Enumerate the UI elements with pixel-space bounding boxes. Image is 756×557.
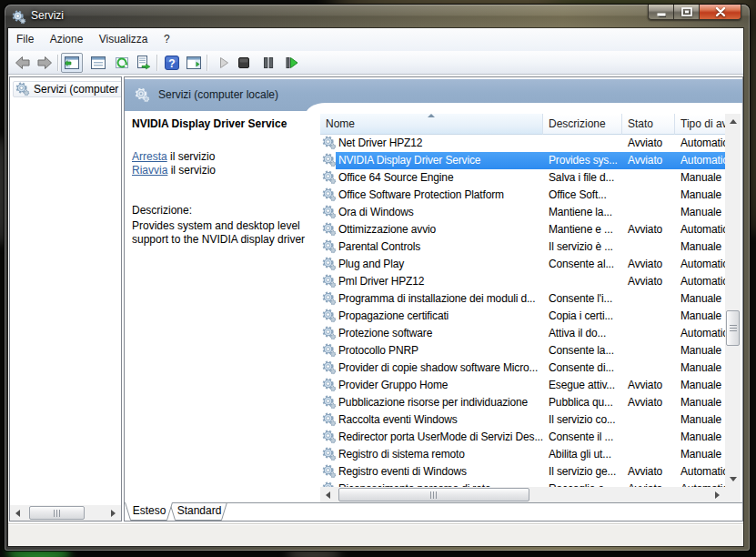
tree-horizontal-scrollbar[interactable] bbox=[10, 505, 121, 521]
cell-tipo-di-avvio: Automatico bbox=[675, 273, 725, 290]
cell-tipo-di-avvio: Manuale bbox=[675, 290, 725, 308]
thumb-grip bbox=[54, 510, 61, 517]
cell-stato: Avviato bbox=[622, 221, 675, 238]
titlebar[interactable]: Servizi bbox=[5, 5, 750, 28]
cell-nome: Office 64 Source Engine bbox=[320, 169, 543, 187]
table-row[interactable]: Protezione softwareAttiva il do...Automa… bbox=[320, 325, 725, 342]
table-row[interactable]: Propagazione certificatiCopia i certi...… bbox=[320, 308, 725, 325]
cell-nome: Pubblicazione risorse per individuazione bbox=[320, 394, 543, 411]
show-console-tree-icon bbox=[65, 56, 79, 69]
scrollbar-thumb[interactable] bbox=[726, 310, 740, 346]
service-gear-icon bbox=[322, 464, 337, 479]
table-row[interactable]: Office 64 Source EngineSalva i file d...… bbox=[320, 169, 725, 187]
cell-nome: Redirector porta UserMode di Servizi Des… bbox=[320, 429, 543, 446]
service-gear-icon bbox=[322, 291, 337, 306]
restart-service-suffix: il servizio bbox=[167, 164, 216, 177]
caption-buttons bbox=[648, 5, 741, 20]
service-gear-icon bbox=[322, 481, 337, 487]
table-row[interactable]: Redirector porta UserMode di Servizi Des… bbox=[320, 429, 725, 446]
refresh-button[interactable] bbox=[112, 53, 132, 73]
table-row[interactable]: Pml Driver HPZ12AvviatoAutomatico bbox=[320, 273, 725, 290]
stop-service-button[interactable] bbox=[234, 53, 254, 73]
tree-item-servizi[interactable]: Servizi (computer locale) bbox=[13, 81, 122, 97]
maximize-button[interactable] bbox=[674, 5, 700, 20]
scroll-left-button[interactable] bbox=[320, 487, 336, 502]
stop-service-link[interactable]: Arresta bbox=[132, 150, 167, 163]
list-header: Nome Descrizione Stato Tipo di avvio bbox=[320, 114, 725, 135]
restart-service-button[interactable] bbox=[281, 53, 301, 73]
cell-stato bbox=[622, 308, 675, 325]
pause-service-button[interactable] bbox=[258, 53, 278, 73]
maximize-icon bbox=[681, 7, 692, 16]
column-label: Nome bbox=[326, 117, 355, 130]
scroll-left-button[interactable] bbox=[10, 505, 25, 521]
cell-descrizione: Consente l'i... bbox=[543, 290, 622, 308]
restart-service-link[interactable]: Riavvia bbox=[132, 164, 167, 177]
scrollbar-corner bbox=[725, 487, 741, 502]
scroll-right-button[interactable] bbox=[106, 505, 121, 521]
help-button[interactable]: ? bbox=[162, 53, 182, 73]
column-header-tipo-di-avvio[interactable]: Tipo di avvio bbox=[675, 114, 725, 135]
table-row[interactable]: Programma di installazione dei moduli d.… bbox=[320, 290, 725, 308]
table-row[interactable]: NVIDIA Display Driver ServiceProvides sy… bbox=[320, 152, 725, 169]
menu-azione[interactable]: Azione bbox=[44, 28, 90, 51]
tab-esteso[interactable]: Esteso bbox=[131, 502, 167, 521]
export-list-button[interactable] bbox=[134, 53, 154, 73]
close-button[interactable] bbox=[700, 5, 741, 20]
show-action-pane-button[interactable] bbox=[184, 53, 204, 73]
scroll-up-button[interactable] bbox=[725, 114, 741, 129]
cell-tipo-di-avvio: Automatico bbox=[675, 463, 725, 481]
cell-stato: Avviato bbox=[622, 463, 675, 481]
selected-service-title: NVIDIA Display Driver Service bbox=[132, 117, 314, 130]
properties-button[interactable] bbox=[88, 53, 108, 73]
column-header-descrizione[interactable]: Descrizione bbox=[543, 114, 622, 135]
forward-button[interactable] bbox=[35, 53, 55, 73]
cell-nome: Registro eventi di Windows bbox=[320, 463, 543, 481]
cell-nome: Parental Controls bbox=[320, 238, 543, 256]
start-service-icon bbox=[217, 56, 230, 69]
workspace: Servizi (computer locale) Servizi (compu… bbox=[8, 75, 743, 523]
menu-visualizza[interactable]: Visualizza bbox=[93, 28, 155, 51]
menu-file[interactable]: File bbox=[10, 28, 40, 51]
table-row[interactable]: Provider Gruppo HomeEsegue attiv...Avvia… bbox=[320, 377, 725, 394]
client-area: File Azione Visualizza ? bbox=[8, 28, 743, 546]
table-row[interactable]: Raccolta eventi WindowsIl servizio co...… bbox=[320, 411, 725, 429]
table-row[interactable]: Pubblicazione risorse per individuazione… bbox=[320, 394, 725, 411]
list-horizontal-scrollbar[interactable] bbox=[320, 487, 725, 502]
cell-nome: Provider di copie shadow software Micro.… bbox=[320, 360, 543, 377]
show-console-tree-button[interactable] bbox=[61, 53, 83, 73]
table-row[interactable]: Protocollo PNRPConsente la...Manuale bbox=[320, 342, 725, 360]
back-button[interactable] bbox=[13, 53, 33, 73]
table-row[interactable]: Office Software Protection PlatformOffic… bbox=[320, 187, 725, 204]
table-row[interactable]: Ottimizzazione avvioMantiene e ...Avviat… bbox=[320, 221, 725, 238]
table-row[interactable]: Provider di copie shadow software Micro.… bbox=[320, 360, 725, 377]
minimize-button[interactable] bbox=[648, 5, 674, 20]
scroll-down-button[interactable] bbox=[725, 471, 741, 487]
cell-stato: Avviato bbox=[622, 394, 675, 411]
extended-panel: Servizi (computer locale) NVIDIA Display… bbox=[124, 76, 743, 522]
cell-nome: Riconoscimento percorso di rete bbox=[320, 481, 543, 487]
table-row[interactable]: Net Driver HPZ12AvviatoAutomatico bbox=[320, 135, 725, 152]
table-row[interactable]: Plug and PlayConsente al...AvviatoAutoma… bbox=[320, 256, 725, 273]
scrollbar-thumb[interactable] bbox=[338, 488, 529, 501]
table-row[interactable]: Registro eventi di WindowsIl servizio ge… bbox=[320, 463, 725, 481]
table-row[interactable]: Ora di WindowsMantiene la...Manuale bbox=[320, 204, 725, 221]
scrollbar-thumb[interactable] bbox=[29, 506, 85, 520]
toolbar-separator bbox=[57, 55, 58, 71]
tab-standard[interactable]: Standard bbox=[176, 502, 223, 521]
column-header-stato[interactable]: Stato bbox=[622, 114, 675, 135]
toolbar: ? bbox=[8, 51, 743, 75]
table-row[interactable]: Riconoscimento percorso di reteRaccoglie… bbox=[320, 481, 725, 487]
table-row[interactable]: Registro di sistema remotoAbilita gli ut… bbox=[320, 446, 725, 463]
cell-stato bbox=[622, 411, 675, 429]
scroll-right-button[interactable] bbox=[710, 487, 725, 502]
menu-help[interactable]: ? bbox=[157, 28, 176, 51]
cell-descrizione: Consente il ... bbox=[543, 429, 622, 446]
table-row[interactable]: Parental ControlsIl servizio è ...Manual… bbox=[320, 238, 725, 256]
cell-stato bbox=[622, 204, 675, 221]
service-gear-icon bbox=[322, 326, 337, 340]
cell-stato bbox=[622, 238, 675, 256]
list-vertical-scrollbar[interactable] bbox=[725, 114, 741, 487]
column-header-nome[interactable]: Nome bbox=[320, 114, 543, 135]
cell-nome: Provider Gruppo Home bbox=[320, 377, 543, 394]
